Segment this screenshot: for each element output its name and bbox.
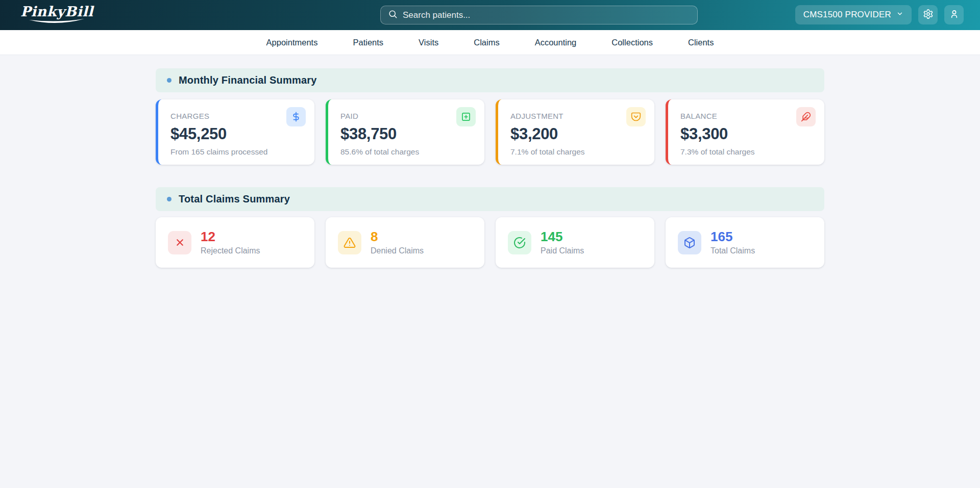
dollar-icon: [286, 107, 306, 126]
cube-icon: [678, 231, 701, 254]
check-circle-icon: [508, 231, 531, 254]
warning-triangle-icon: [338, 231, 361, 254]
paid-claims-label: Paid Claims: [541, 246, 584, 255]
nav-item-claims[interactable]: Claims: [474, 38, 499, 47]
dashboard-content: Monthly Financial Summary CHARGES $45,25…: [156, 68, 824, 268]
rejected-claims-label: Rejected Claims: [201, 246, 260, 255]
chevron-down-icon: [896, 10, 903, 20]
nav-item-clients[interactable]: Clients: [688, 38, 714, 47]
balance-card-subtext: 7.3% of total charges: [680, 147, 812, 157]
total-claims-count: 165: [710, 229, 755, 245]
claims-summary-title: Total Claims Summary: [179, 193, 290, 205]
pocket-chevron-icon: [626, 107, 646, 126]
user-icon: [949, 9, 960, 21]
settings-button[interactable]: [918, 5, 938, 24]
adjustment-card-subtext: 7.1% of total charges: [510, 147, 642, 157]
main-nav: Appointments Patients Visits Claims Acco…: [0, 30, 980, 55]
app-logo-text: PinkyBill: [20, 4, 93, 19]
paid-claims-count: 145: [541, 229, 584, 245]
denied-claims-card: 8 Denied Claims: [326, 217, 484, 268]
feather-icon: [796, 107, 816, 126]
charges-card: CHARGES $45,250 From 165 claims processe…: [156, 99, 314, 165]
balance-card-value: $3,300: [680, 125, 812, 143]
total-claims-card: 165 Total Claims: [666, 217, 824, 268]
denied-claims-label: Denied Claims: [371, 246, 424, 255]
claims-cards-row: 12 Rejected Claims 8 Denied Claims: [156, 217, 824, 268]
charges-card-label: CHARGES: [170, 112, 302, 120]
financial-summary-title: Monthly Financial Summary: [179, 74, 317, 86]
section-bullet-icon: [167, 197, 172, 201]
rejected-claims-card: 12 Rejected Claims: [156, 217, 314, 268]
nav-item-visits[interactable]: Visits: [419, 38, 438, 47]
section-bullet-icon: [167, 78, 172, 83]
app-logo[interactable]: PinkyBill: [20, 4, 93, 24]
denied-claims-count: 8: [371, 229, 424, 245]
paid-card-value: $38,750: [340, 125, 472, 143]
provider-dropdown-label: CMS1500 PROVIDER: [803, 10, 891, 20]
paid-card-label: PAID: [340, 112, 472, 120]
balance-card: BALANCE $3,300 7.3% of total charges: [666, 99, 824, 165]
adjustment-card-label: ADJUSTMENT: [510, 112, 642, 120]
gear-icon: [923, 9, 934, 21]
nav-item-appointments[interactable]: Appointments: [266, 38, 318, 47]
app-header: PinkyBill CMS1500 PROVIDER: [0, 0, 980, 30]
adjustment-card-value: $3,200: [510, 125, 642, 143]
paid-claims-text: 145 Paid Claims: [541, 229, 584, 255]
denied-claims-text: 8 Denied Claims: [371, 229, 424, 255]
paid-card-subtext: 85.6% of total charges: [340, 147, 472, 157]
adjustment-card: ADJUSTMENT $3,200 7.1% of total charges: [496, 99, 654, 165]
total-claims-label: Total Claims: [710, 246, 755, 255]
financial-summary-header: Monthly Financial Summary: [156, 68, 824, 92]
nav-item-accounting[interactable]: Accounting: [535, 38, 577, 47]
x-icon: [168, 231, 191, 254]
financial-cards-row: CHARGES $45,250 From 165 claims processe…: [156, 99, 824, 165]
search-input[interactable]: [403, 10, 690, 20]
paid-card: PAID $38,750 85.6% of total charges: [326, 99, 484, 165]
rejected-claims-count: 12: [201, 229, 260, 245]
header-actions: CMS1500 PROVIDER: [795, 5, 964, 24]
user-menu-button[interactable]: [944, 5, 964, 24]
charges-card-subtext: From 165 claims processed: [170, 147, 302, 157]
patient-search: [380, 6, 698, 24]
nav-item-collections[interactable]: Collections: [611, 38, 653, 47]
plus-square-icon: [456, 107, 476, 126]
provider-dropdown[interactable]: CMS1500 PROVIDER: [795, 5, 912, 24]
rejected-claims-text: 12 Rejected Claims: [201, 229, 260, 255]
claims-summary-header: Total Claims Summary: [156, 187, 824, 211]
charges-card-value: $45,250: [170, 125, 302, 143]
nav-item-patients[interactable]: Patients: [353, 38, 383, 47]
search-icon: [388, 9, 398, 21]
balance-card-label: BALANCE: [680, 112, 812, 120]
paid-claims-card: 145 Paid Claims: [496, 217, 654, 268]
total-claims-text: 165 Total Claims: [710, 229, 755, 255]
